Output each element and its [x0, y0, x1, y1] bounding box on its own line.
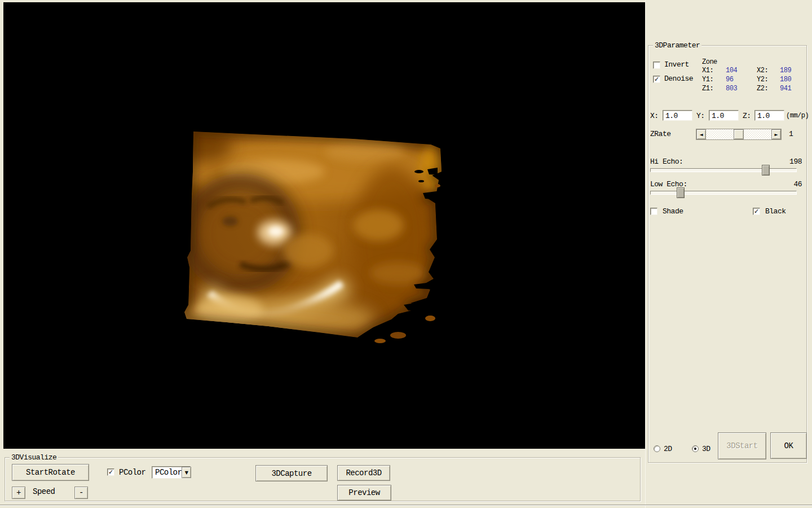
start3d-button[interactable]: 3DStart — [718, 432, 766, 459]
zone-x1-value: 104 — [726, 67, 737, 75]
pcolor-select[interactable]: PColor ▼ — [152, 466, 191, 479]
mode-3d-label: 3D — [702, 445, 710, 453]
black-label: Black — [765, 208, 786, 216]
chevron-down-icon: ▼ — [185, 470, 188, 475]
scroll-left-icon: ◄ — [699, 132, 703, 137]
zone-z2-value: 941 — [780, 85, 791, 93]
scale-z-label: Z: — [743, 112, 751, 120]
zrate-value: 1 — [789, 130, 793, 138]
shade-checkbox[interactable] — [650, 208, 657, 215]
zone-x2-label: X2: — [757, 67, 768, 75]
zrate-scroll-right-button[interactable]: ► — [771, 129, 781, 139]
mode-2d-label: 2D — [664, 445, 672, 453]
black-checkbox[interactable]: ✓ — [753, 208, 760, 215]
scale-y-label: Y: — [696, 112, 705, 120]
pcolor-selected-value: PColor — [152, 467, 182, 478]
scale-unit-label: (mm/p) — [786, 112, 809, 120]
ok-button[interactable]: OK — [770, 432, 807, 459]
hi-echo-slider[interactable] — [650, 168, 797, 172]
zrate-scrollbar-thumb[interactable] — [734, 129, 744, 139]
speed-minus-button[interactable]: - — [74, 487, 88, 499]
zone-x2-value: 189 — [780, 67, 791, 75]
low-echo-value: 46 — [761, 181, 802, 189]
zone-x1-label: X1: — [702, 67, 713, 75]
parameter-panel: 3DParameter Invert ✓ Denoise Zone X1: 10… — [645, 0, 812, 508]
radio-dot-icon — [694, 448, 696, 450]
visualize-groupbox: 3DVisualize StartRotate ✓ PColor PColor … — [5, 457, 641, 501]
pcolor-label: PColor — [119, 468, 145, 476]
check-icon: ✓ — [108, 469, 113, 475]
application-window: { "colors": { "panel_bg": "#ece9d8", "va… — [0, 0, 812, 508]
visualize-group-title: 3DVisualize — [10, 453, 58, 462]
record3d-button[interactable]: Record3D — [337, 465, 390, 481]
speed-plus-button[interactable]: + — [12, 487, 25, 499]
capture3d-button[interactable]: 3DCapture — [255, 465, 328, 481]
check-icon: ✓ — [754, 208, 759, 214]
denoise-checkbox[interactable]: ✓ — [653, 76, 660, 83]
hi-echo-label: Hi Echo: — [650, 158, 683, 166]
zrate-scrollbar-track[interactable] — [706, 129, 771, 139]
visualize-panel: 3DVisualize StartRotate ✓ PColor PColor … — [0, 449, 645, 508]
shade-label: Shade — [663, 208, 683, 216]
invert-checkbox[interactable] — [653, 62, 660, 69]
window-bottom-edge — [0, 505, 812, 506]
parameter-groupbox: 3DParameter Invert ✓ Denoise Zone X1: 10… — [648, 45, 807, 463]
zone-z1-value: 803 — [726, 85, 737, 93]
speed-label: Speed — [33, 488, 55, 496]
scroll-right-icon: ► — [774, 132, 778, 137]
mode-3d-radio[interactable] — [692, 445, 699, 452]
pcolor-checkbox[interactable]: ✓ — [107, 468, 114, 476]
low-echo-slider[interactable] — [650, 191, 797, 195]
scale-z-input[interactable] — [754, 110, 784, 121]
zone-title: Zone — [702, 59, 717, 66]
low-echo-slider-thumb[interactable] — [677, 187, 685, 198]
scale-y-input[interactable] — [709, 110, 739, 121]
zrate-label: ZRate — [650, 130, 671, 138]
scale-x-label: X: — [650, 112, 659, 120]
hi-echo-slider-thumb[interactable] — [762, 165, 770, 176]
zone-z2-label: Z2: — [757, 85, 768, 93]
ultrasound-render — [3, 2, 645, 449]
pcolor-dropdown-button[interactable]: ▼ — [182, 467, 191, 478]
mode-2d-radio[interactable] — [654, 445, 660, 452]
zone-z1-label: Z1: — [702, 85, 713, 93]
preview-button[interactable]: Preview — [337, 485, 391, 501]
invert-label: Invert — [664, 61, 689, 69]
check-icon: ✓ — [654, 76, 659, 82]
scale-x-input[interactable] — [663, 110, 692, 121]
zrate-scrollbar: ◄ ► — [696, 129, 782, 140]
zone-y1-value: 96 — [726, 76, 733, 84]
start-rotate-button[interactable]: StartRotate — [12, 464, 89, 481]
denoise-label: Denoise — [664, 75, 693, 83]
zone-y1-label: Y1: — [702, 76, 713, 84]
zone-y2-label: Y2: — [757, 76, 768, 84]
parameter-group-title: 3DParameter — [653, 41, 701, 50]
render-viewport[interactable] — [3, 2, 645, 449]
zone-y2-value: 180 — [780, 76, 791, 84]
zrate-scroll-left-button[interactable]: ◄ — [696, 129, 706, 139]
